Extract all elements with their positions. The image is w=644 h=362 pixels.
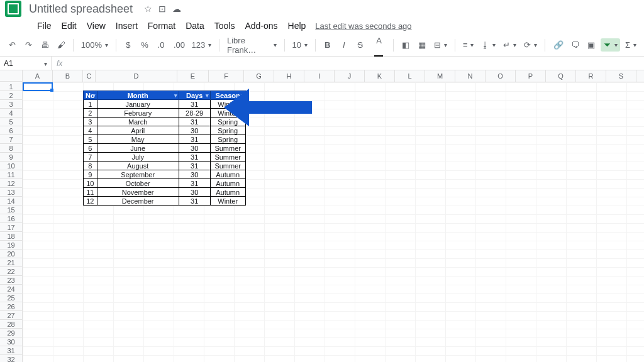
cell[interactable]: December	[97, 197, 179, 206]
col-header-O[interactable]: O	[486, 70, 516, 82]
cell[interactable]: 5	[84, 135, 97, 144]
cell[interactable]: May	[97, 135, 179, 144]
cell[interactable]: Spring	[210, 135, 245, 144]
insert-chart-button[interactable]: ▣	[584, 38, 598, 52]
cell[interactable]: Summer	[210, 162, 245, 170]
filter-icon[interactable]: ▾	[92, 92, 96, 99]
select-all-corner[interactable]	[0, 70, 23, 82]
number-format-dropdown[interactable]: 123	[189, 38, 214, 52]
cell[interactable]: Spring	[210, 126, 245, 135]
cell[interactable]: Autumn	[210, 188, 245, 197]
print-button[interactable]: 🖶	[38, 38, 52, 52]
doc-title[interactable]: Untitled spreadsheet	[29, 3, 133, 16]
cell[interactable]: 10	[84, 179, 97, 188]
col-header-F[interactable]: F	[209, 70, 244, 82]
row-header-15[interactable]: 15	[0, 206, 22, 214]
cell[interactable]: March	[97, 118, 179, 126]
col-header-S[interactable]: S	[606, 70, 636, 82]
currency-button[interactable]: $	[121, 38, 135, 52]
functions-dropdown[interactable]: Σ	[623, 38, 639, 52]
cell[interactable]: 31	[179, 135, 210, 144]
cell-area[interactable]: No▾Month▾Days▾Season▾1January31Winter2Fe…	[23, 82, 644, 362]
col-header-E[interactable]: E	[177, 70, 209, 82]
row-header-20[interactable]: 20	[0, 250, 22, 258]
menu-insert[interactable]: Insert	[111, 19, 142, 33]
merge-dropdown[interactable]: ⊟	[431, 38, 450, 52]
filter-icon[interactable]: ▾	[174, 92, 177, 99]
rotate-dropdown[interactable]: ⟳	[521, 38, 540, 52]
table-header-no[interactable]: No▾	[84, 91, 97, 100]
row-header-27[interactable]: 27	[0, 311, 22, 320]
insert-link-button[interactable]: 🔗	[550, 38, 565, 52]
filter-button[interactable]: ⏷	[601, 38, 620, 52]
fill-color-button[interactable]: ◧	[399, 38, 413, 52]
row-header-12[interactable]: 12	[0, 179, 22, 188]
cell[interactable]: Winter	[210, 197, 245, 206]
paint-format-button[interactable]: 🖌	[54, 38, 68, 52]
row-header-16[interactable]: 16	[0, 214, 22, 223]
cell[interactable]: 30	[179, 144, 210, 153]
col-header-A[interactable]: A	[23, 70, 53, 82]
row-header-24[interactable]: 24	[0, 285, 22, 293]
menu-format[interactable]: Format	[143, 19, 180, 33]
align-dropdown[interactable]: ≡	[460, 38, 477, 52]
cell[interactable]: 31	[179, 179, 210, 188]
move-icon[interactable]	[158, 4, 166, 14]
cell[interactable]: 6	[84, 144, 97, 153]
col-header-Q[interactable]: Q	[546, 70, 576, 82]
table-header-month[interactable]: Month▾	[97, 91, 179, 100]
row-header-22[interactable]: 22	[0, 267, 22, 276]
valign-dropdown[interactable]: ⭳	[479, 38, 498, 52]
row-header-32[interactable]: 32	[0, 355, 22, 362]
cell[interactable]: 31	[179, 162, 210, 170]
row-header-6[interactable]: 6	[0, 126, 22, 135]
col-header-C[interactable]: C	[83, 70, 96, 82]
increase-decimal-button[interactable]: .00	[170, 38, 186, 52]
insert-comment-button[interactable]: 🗨	[568, 38, 582, 52]
col-header-J[interactable]: J	[335, 70, 365, 82]
col-header-P[interactable]: P	[516, 70, 546, 82]
menu-help[interactable]: Help	[284, 19, 311, 33]
row-header-18[interactable]: 18	[0, 232, 22, 241]
cell[interactable]: 7	[84, 153, 97, 162]
row-header-5[interactable]: 5	[0, 118, 22, 126]
cell[interactable]: February	[97, 109, 179, 118]
cell[interactable]: July	[97, 153, 179, 162]
row-header-30[interactable]: 30	[0, 337, 22, 346]
undo-button[interactable]: ↶	[5, 38, 19, 52]
cell[interactable]: January	[97, 100, 179, 109]
col-header-N[interactable]: N	[455, 70, 486, 82]
strikethrough-button[interactable]: S	[353, 38, 367, 52]
cell[interactable]: 12	[84, 197, 97, 206]
col-header-R[interactable]: R	[576, 70, 606, 82]
zoom-dropdown[interactable]: 100%	[79, 38, 111, 52]
row-header-31[interactable]: 31	[0, 346, 22, 355]
col-header-L[interactable]: L	[395, 70, 425, 82]
cell[interactable]: August	[97, 162, 179, 170]
cell[interactable]: Autumn	[210, 170, 245, 179]
row-header-4[interactable]: 4	[0, 109, 22, 118]
sheets-logo-icon[interactable]	[5, 1, 21, 17]
row-header-25[interactable]: 25	[0, 293, 22, 302]
row-header-11[interactable]: 11	[0, 170, 22, 179]
cell[interactable]: April	[97, 126, 179, 135]
wrap-dropdown[interactable]: ↵	[501, 38, 519, 52]
row-header-14[interactable]: 14	[0, 197, 22, 206]
col-header-M[interactable]: M	[425, 70, 455, 82]
cell[interactable]: September	[97, 170, 179, 179]
redo-button[interactable]: ↷	[21, 38, 35, 52]
text-color-button[interactable]: A	[370, 33, 388, 57]
cell[interactable]: Summer	[210, 144, 245, 153]
row-header-10[interactable]: 10	[0, 162, 22, 170]
cell[interactable]: 11	[84, 188, 97, 197]
cell[interactable]: Autumn	[210, 179, 245, 188]
font-size-dropdown[interactable]: 10	[289, 38, 309, 52]
percent-button[interactable]: %	[138, 38, 152, 52]
row-header-7[interactable]: 7	[0, 135, 22, 144]
table-header-days[interactable]: Days▾	[179, 91, 210, 100]
row-header-23[interactable]: 23	[0, 276, 22, 285]
col-header-I[interactable]: I	[304, 70, 335, 82]
cell[interactable]: October	[97, 179, 179, 188]
cell[interactable]: 9	[84, 170, 97, 179]
row-header-3[interactable]: 3	[0, 100, 22, 109]
